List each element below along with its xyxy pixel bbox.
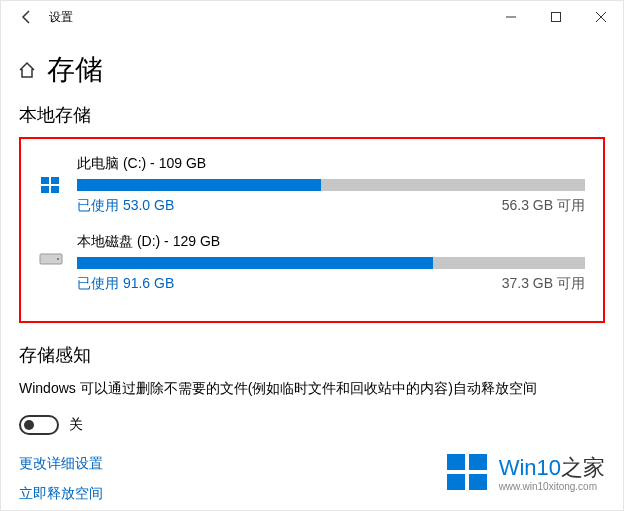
svg-rect-11 xyxy=(469,474,487,490)
drive-c[interactable]: 此电脑 (C:) - 109 GB 已使用 53.0 GB 56.3 GB 可用 xyxy=(39,155,585,215)
window-title: 设置 xyxy=(49,9,73,26)
drive-used[interactable]: 已使用 91.6 GB xyxy=(77,275,174,293)
svg-rect-8 xyxy=(447,454,465,470)
toggle-state-label: 关 xyxy=(69,416,83,434)
windows-drive-icon xyxy=(39,173,63,197)
storage-sense-toggle[interactable] xyxy=(19,415,59,435)
svg-rect-10 xyxy=(447,474,465,490)
hdd-icon xyxy=(39,251,63,275)
window-controls xyxy=(488,1,623,33)
drive-name: 本地磁盘 (D:) - 129 GB xyxy=(77,233,585,251)
close-icon[interactable] xyxy=(578,1,623,33)
svg-rect-5 xyxy=(51,186,59,193)
drive-progress xyxy=(77,179,585,191)
drive-name: 此电脑 (C:) - 109 GB xyxy=(77,155,585,173)
storage-sense-description: Windows 可以通过删除不需要的文件(例如临时文件和回收站中的内容)自动释放… xyxy=(19,377,605,399)
storage-sense-heading: 存储感知 xyxy=(19,343,605,367)
drive-used[interactable]: 已使用 53.0 GB xyxy=(77,197,174,215)
maximize-icon[interactable] xyxy=(533,1,578,33)
toggle-knob xyxy=(24,420,34,430)
titlebar: 设置 xyxy=(1,1,623,33)
watermark-brand: Win10之家 xyxy=(499,456,605,480)
minimize-icon[interactable] xyxy=(488,1,533,33)
drive-progress-fill xyxy=(77,257,433,269)
drive-progress-fill xyxy=(77,179,321,191)
home-icon[interactable] xyxy=(17,60,37,80)
svg-rect-4 xyxy=(41,186,49,193)
svg-rect-9 xyxy=(469,454,487,470)
drives-highlight-box: 此电脑 (C:) - 109 GB 已使用 53.0 GB 56.3 GB 可用… xyxy=(19,137,605,323)
drive-free: 56.3 GB 可用 xyxy=(502,197,585,215)
back-icon[interactable] xyxy=(11,1,43,33)
svg-rect-3 xyxy=(51,177,59,184)
local-storage-heading: 本地存储 xyxy=(19,103,605,127)
drive-free: 37.3 GB 可用 xyxy=(502,275,585,293)
page-header: 存储 xyxy=(17,51,623,89)
svg-rect-1 xyxy=(551,13,560,22)
watermark: Win10之家 www.win10xitong.com xyxy=(443,448,605,500)
drive-progress xyxy=(77,257,585,269)
svg-point-7 xyxy=(57,258,59,260)
win10-logo-icon xyxy=(443,448,491,500)
page-title: 存储 xyxy=(47,51,103,89)
svg-rect-2 xyxy=(41,177,49,184)
drive-d[interactable]: 本地磁盘 (D:) - 129 GB 已使用 91.6 GB 37.3 GB 可… xyxy=(39,233,585,293)
watermark-url: www.win10xitong.com xyxy=(499,481,605,492)
